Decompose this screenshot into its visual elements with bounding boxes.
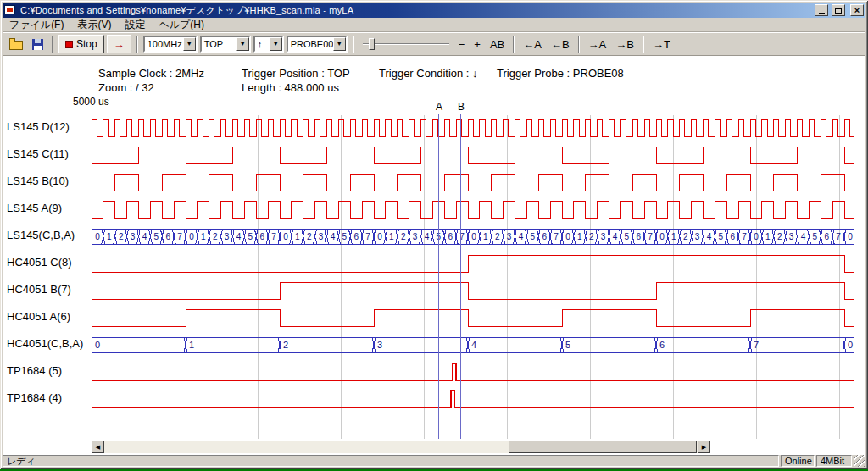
goto-trigger-button[interactable]: →T	[649, 36, 674, 53]
waveform-display[interactable]: 0123456701234567012345670123456701234567…	[92, 114, 855, 439]
trace-ls145-d-12-	[92, 119, 854, 136]
save-icon	[32, 39, 43, 50]
svg-text:7: 7	[754, 340, 759, 350]
svg-text:1: 1	[107, 232, 112, 241]
channel-label: LS145(C,B,A)	[7, 229, 75, 241]
window-title: C:¥Documents and Settings¥noname¥デスクトップ¥…	[20, 4, 811, 17]
maximize-icon	[835, 8, 842, 14]
trace-hc4051-c-b-a-: 012345670	[92, 337, 854, 352]
menu-file[interactable]: ファイル(F)	[3, 17, 70, 33]
cursor-ab-button[interactable]: AB	[487, 36, 508, 53]
status-memory: 4MBit	[816, 455, 852, 467]
resize-grip[interactable]	[854, 455, 865, 467]
toolbar-separator	[513, 36, 515, 53]
channel-label: LS145 A(9)	[7, 202, 62, 214]
move-cursor-a-left-button[interactable]: ←A	[520, 36, 545, 53]
menu-help[interactable]: ヘルプ(H)	[152, 17, 211, 33]
svg-text:3: 3	[225, 232, 230, 241]
svg-text:5: 5	[248, 232, 253, 241]
svg-text:6: 6	[542, 232, 547, 241]
open-file-button[interactable]	[7, 35, 25, 53]
svg-text:0: 0	[848, 340, 853, 350]
svg-text:6: 6	[824, 232, 829, 241]
chevron-down-icon[interactable]: ▼	[183, 37, 196, 51]
run-button[interactable]: →	[107, 35, 131, 53]
svg-text:0: 0	[659, 232, 665, 241]
channel-label: HC4051 C(8)	[7, 256, 72, 269]
svg-text:5: 5	[154, 232, 159, 241]
svg-text:2: 2	[307, 232, 312, 241]
trigger-position-value: TOP	[202, 39, 236, 49]
svg-text:2: 2	[283, 340, 288, 350]
svg-text:2: 2	[777, 232, 782, 241]
cursor-b-label[interactable]: B	[456, 101, 466, 113]
chevron-down-icon[interactable]: ▼	[333, 37, 346, 51]
trigger-edge-select[interactable]: ↑ ▼	[253, 36, 284, 53]
svg-text:6: 6	[636, 232, 641, 241]
toolbar: Stop → 100MHz ▼ TOP ▼ ↑ ▼ PROBE00 ▼ − + …	[3, 32, 865, 55]
svg-text:3: 3	[413, 232, 418, 241]
save-file-button[interactable]	[28, 35, 47, 53]
stop-icon	[65, 41, 73, 48]
svg-text:7: 7	[648, 232, 653, 241]
maximize-button[interactable]	[832, 4, 845, 16]
length-info: Length : 488.000 us	[242, 81, 339, 94]
svg-text:1: 1	[483, 232, 488, 241]
svg-text:0: 0	[377, 232, 382, 241]
svg-text:3: 3	[789, 232, 794, 241]
svg-text:6: 6	[165, 232, 170, 241]
svg-text:4: 4	[425, 232, 430, 241]
svg-text:1: 1	[189, 340, 194, 350]
svg-text:0: 0	[754, 232, 759, 241]
minimize-icon	[819, 13, 825, 14]
trigger-position-select[interactable]: TOP ▼	[200, 36, 251, 53]
svg-text:4: 4	[331, 232, 336, 241]
svg-text:4: 4	[236, 232, 242, 241]
toolbar-separator	[578, 36, 580, 53]
trigger-condition-info: Trigger Condition : ↓	[379, 67, 478, 80]
scroll-left-icon[interactable]: ◀	[92, 441, 104, 453]
zoom-out-button[interactable]: −	[455, 36, 469, 53]
trigger-probe-select[interactable]: PROBE00 ▼	[287, 36, 348, 53]
sample-clock-select[interactable]: 100MHz ▼	[143, 36, 198, 53]
svg-text:2: 2	[589, 232, 594, 241]
channel-label: LS145 D(12)	[7, 120, 70, 133]
svg-text:1: 1	[671, 232, 676, 241]
horizontal-scrollbar[interactable]: ◀ ▶	[92, 441, 710, 453]
minimize-button[interactable]	[815, 4, 828, 16]
stop-button[interactable]: Stop	[58, 35, 104, 53]
toolbar-separator	[136, 36, 138, 53]
app-window: C:¥Documents and Settings¥noname¥デスクトップ¥…	[0, 0, 868, 469]
svg-text:3: 3	[377, 340, 382, 350]
svg-text:0: 0	[283, 232, 288, 241]
slider-thumb[interactable]	[369, 38, 375, 50]
move-cursor-a-right-button[interactable]: →A	[585, 36, 610, 53]
cursor-lines[interactable]	[438, 114, 460, 439]
move-cursor-b-right-button[interactable]: →B	[612, 36, 637, 53]
channel-label: LS145 C(11)	[7, 147, 69, 160]
svg-text:3: 3	[131, 232, 136, 241]
status-online: Online	[781, 455, 815, 467]
stop-label: Stop	[76, 38, 97, 50]
svg-text:6: 6	[730, 232, 735, 241]
svg-text:5: 5	[437, 232, 442, 241]
chevron-down-icon[interactable]: ▼	[236, 37, 249, 51]
move-cursor-b-left-button[interactable]: ←B	[548, 36, 573, 53]
svg-text:2: 2	[213, 232, 218, 241]
status-ready: レディ	[3, 455, 779, 467]
app-icon	[4, 4, 17, 16]
trigger-edge-value: ↑	[255, 39, 270, 49]
zoom-in-button[interactable]: +	[470, 36, 484, 53]
menu-settings[interactable]: 設定	[118, 17, 152, 33]
scroll-right-icon[interactable]: ▶	[698, 441, 710, 453]
zoom-slider[interactable]	[361, 36, 451, 53]
cursor-a-label[interactable]: A	[434, 101, 444, 113]
svg-text:3: 3	[601, 232, 606, 241]
channel-label: HC4051(C,B,A)	[7, 337, 83, 350]
svg-text:2: 2	[119, 232, 124, 241]
svg-text:4: 4	[801, 232, 806, 241]
scrollbar-thumb[interactable]	[509, 441, 697, 453]
close-button[interactable]: ×	[850, 4, 864, 16]
chevron-down-icon[interactable]: ▼	[270, 37, 282, 51]
menu-view[interactable]: 表示(V)	[70, 17, 118, 33]
